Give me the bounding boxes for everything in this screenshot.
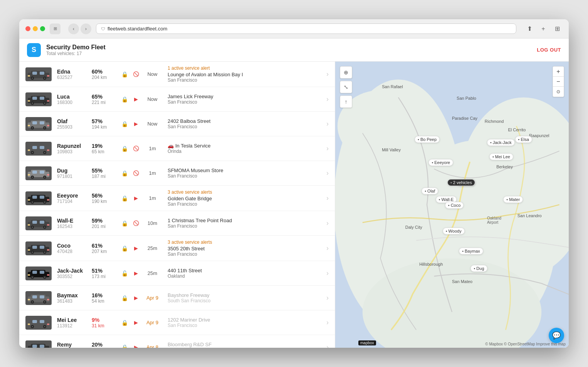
lock-icon-block: 🔒 [119, 71, 130, 77]
battery-percent: 57% [92, 118, 119, 124]
battery-range: 201 mi [92, 224, 119, 229]
chevron-right-icon: › [326, 294, 329, 302]
chat-button[interactable]: 💬 [549, 328, 564, 343]
compass-button[interactable]: ↑ [340, 96, 352, 108]
close-button[interactable] [25, 26, 30, 31]
vehicle-id: 109803 [57, 149, 92, 154]
svg-rect-33 [40, 146, 44, 149]
cam-icon-block: ▶ [130, 270, 142, 276]
city-san-mateo: San Mateo [452, 279, 472, 284]
time-text: 1m [142, 195, 163, 201]
pin-baymax[interactable]: Baymax [459, 248, 483, 255]
svg-rect-89 [47, 274, 49, 276]
battery-block: 57% 194 km [92, 118, 119, 130]
svg-point-15 [32, 102, 33, 104]
lock-icon: 🔒 [121, 146, 128, 152]
zoom-out-button[interactable]: − [553, 77, 564, 87]
chevron-right-icon: › [326, 269, 329, 277]
location-line1: 1202 Mariner Drive [168, 317, 320, 323]
pin-jack-jack[interactable]: Jack-Jack [487, 139, 515, 146]
time-block: 1m [142, 195, 163, 201]
vehicle-row[interactable]: Eeeyore 717104 56% 190 km 🔒 ▶ 1m 3 activ… [19, 186, 335, 211]
vehicle-row[interactable]: Remy 410826 20% 68 km 🔒 ▶ Apr 8 Bloomber… [19, 335, 335, 348]
minimize-button[interactable] [33, 26, 38, 31]
vehicle-row[interactable]: Luca 168300 65% 221 mi 🔒 ▶ Now James Lic… [19, 87, 335, 112]
svg-point-67 [44, 226, 45, 228]
mapbox-logo: mapbox [358, 340, 376, 345]
cam-icon-on: ▶ [134, 96, 138, 102]
vehicle-row[interactable]: Mei Lee 113912 9% 31 km 🔒 ▶ Apr 9 1202 M… [19, 310, 335, 335]
svg-point-107 [44, 326, 45, 327]
pin-mater[interactable]: Mater [503, 196, 523, 203]
forward-button[interactable]: › [81, 23, 91, 34]
zoom-in-button[interactable]: + [553, 67, 564, 77]
vehicle-id: 410826 [57, 348, 92, 348]
svg-rect-72 [32, 246, 37, 249]
svg-rect-99 [47, 299, 49, 300]
locate-button[interactable]: ⊕ [340, 66, 352, 79]
vehicle-id: 470428 [57, 249, 92, 254]
battery-block: 16% 54 km [92, 292, 119, 304]
pin-olaf[interactable]: Olaf [422, 188, 438, 194]
vehicle-row[interactable]: Olaf 255903 57% 194 km 🔒 ▶ Now 2402 Balb… [19, 112, 335, 136]
chevron-right-icon: › [326, 120, 329, 128]
svg-point-45 [32, 176, 33, 178]
battery-percent: 9% [92, 317, 119, 323]
svg-rect-83 [40, 271, 44, 274]
location-block: 3 active service alerts Golden Gate Brid… [163, 189, 325, 207]
location-line2: San Francisco Demo [168, 347, 320, 348]
svg-rect-29 [47, 125, 49, 126]
cam-icon-block: ▶ [130, 245, 142, 251]
pin-elsa[interactable]: Elsa [515, 136, 532, 143]
location-block: Bayshore Freeway South San Francisco [163, 292, 325, 303]
lock-icon: 🔒 [121, 195, 128, 201]
svg-rect-43 [40, 171, 44, 174]
back-button[interactable]: ‹ [68, 23, 79, 34]
vehicle-row[interactable]: Dug 971801 55% 187 mi 🔒 🚫 1m SFMOMA Muse… [19, 161, 335, 186]
reset-north-button[interactable]: ⊙ [553, 87, 564, 97]
vehicle-row[interactable]: Coco 470428 61% 207 km 🔒 ▶ 25m 3 active … [19, 236, 335, 261]
location-block: 1202 Mariner Drive San Francisco [163, 317, 325, 328]
svg-rect-69 [47, 224, 49, 226]
pin-dug[interactable]: Dug [470, 265, 487, 272]
vehicle-row[interactable]: Rapunzel 109803 19% 65 km 🔒 🚫 1m 🚗 In Te… [19, 136, 335, 161]
vehicle-info: Mei Lee 113912 [57, 317, 92, 328]
time-block: Apr 9 [142, 320, 163, 325]
pin-two-vehicles[interactable]: 2 vehicles [447, 179, 475, 186]
browser-window: ⊞ ‹ › 🛡 fleetweb.standardfleet.com ⬆ + ⊞… [19, 19, 569, 348]
cam-icon-off: 🚫 [133, 146, 139, 151]
lock-icon-block: 🔓 [119, 270, 130, 277]
svg-rect-109 [47, 323, 49, 325]
location-line2: San Francisco [168, 223, 320, 229]
pin-bo-peep[interactable]: Bo Peep [415, 136, 440, 143]
pin-coco[interactable]: Coco [445, 202, 464, 209]
time-block: Now [142, 71, 163, 77]
time-text: Apr 9 [142, 320, 163, 325]
cam-icon-on: ▶ [134, 121, 138, 127]
pin-woody[interactable]: Woody [443, 228, 465, 235]
time-block: Now [142, 96, 163, 102]
traffic-lights [25, 26, 45, 31]
time-text: Now [142, 96, 163, 102]
share-button[interactable]: ⬆ [524, 23, 535, 34]
cam-icon-block: ▶ [130, 344, 142, 348]
vehicle-row[interactable]: Edna 632527 60% 204 km 🔒 🚫 Now 1 active … [19, 62, 335, 87]
maximize-button[interactable] [40, 26, 45, 31]
time-text: 1m [142, 146, 163, 151]
svg-point-35 [32, 152, 33, 153]
chevron-right-icon: › [326, 169, 329, 177]
svg-point-25 [32, 127, 33, 129]
logout-button[interactable]: LOG OUT [537, 47, 561, 53]
fullscreen-button[interactable]: ⤡ [340, 81, 352, 93]
vehicle-row[interactable]: Wall-E 162543 59% 201 mi 🔒 🚫 10m 1 Chris… [19, 211, 335, 236]
sidebar-toggle[interactable]: ⊞ [50, 23, 60, 34]
vehicle-row[interactable]: Jack-Jack 303552 51% 173 mi 🔓 ▶ 25m 440 … [19, 261, 335, 286]
pin-mei-lee[interactable]: Mei Lee [489, 153, 513, 160]
grid-button[interactable]: ⊞ [552, 23, 563, 34]
vehicle-row[interactable]: Baymax 361483 16% 54 km 🔒 ▶ Apr 9 Baysho… [19, 286, 335, 310]
time-text: Now [142, 71, 163, 77]
new-tab-button[interactable]: + [538, 23, 549, 34]
lock-icon-block: 🔒 [119, 195, 130, 201]
pin-eeeyore[interactable]: Eeeyore [428, 159, 453, 166]
address-bar[interactable]: 🛡 fleetweb.standardfleet.com [96, 23, 516, 34]
